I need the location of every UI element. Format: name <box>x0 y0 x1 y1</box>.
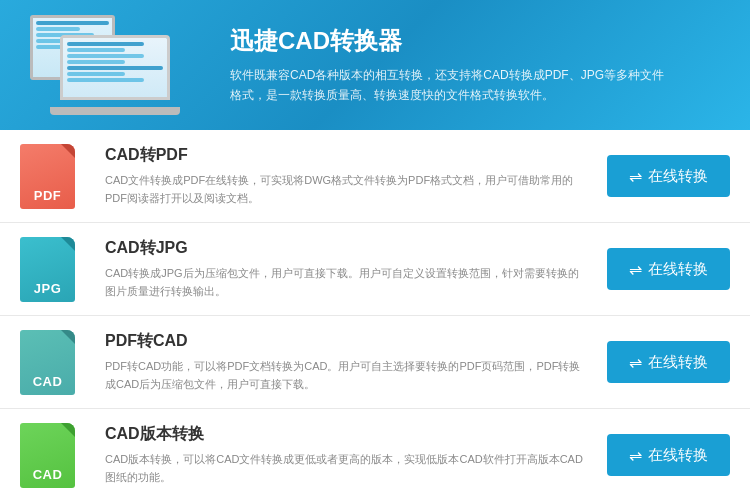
header-title: 迅捷CAD转换器 <box>230 25 670 57</box>
item-desc-pdf-to-cad: PDF转CAD功能，可以将PDF文档转换为CAD。用户可自主选择要转换的PDF页… <box>105 358 587 393</box>
icon-wrapper-pdf: PDF <box>20 144 85 209</box>
header-illustration <box>30 10 210 120</box>
icon-wrapper-cad-green: CAD <box>20 423 85 488</box>
convert-btn-label: 在线转换 <box>648 353 708 372</box>
item-title-cad-version: CAD版本转换 <box>105 424 587 445</box>
convert-icon: ⇌ <box>629 167 642 186</box>
cad-gray-file-icon: CAD <box>20 330 75 395</box>
convert-btn-label: 在线转换 <box>648 260 708 279</box>
item-title-pdf-to-cad: PDF转CAD <box>105 331 587 352</box>
item-content-cad-to-pdf: CAD转PDF CAD文件转换成PDF在线转换，可实现将DWG格式文件转换为PD… <box>105 145 607 207</box>
item-cad-to-jpg: JPG CAD转JPG CAD转换成JPG后为压缩包文件，用户可直接下载。用户可… <box>0 223 750 316</box>
cad-green-file-icon: CAD <box>20 423 75 488</box>
jpg-file-icon: JPG <box>20 237 75 302</box>
item-title-cad-to-jpg: CAD转JPG <box>105 238 587 259</box>
convert-btn-pdf-to-cad[interactable]: ⇌ 在线转换 <box>607 341 730 383</box>
laptop-illustration <box>50 35 180 115</box>
item-cad-to-pdf: PDF CAD转PDF CAD文件转换成PDF在线转换，可实现将DWG格式文件转… <box>0 130 750 223</box>
convert-icon: ⇌ <box>629 260 642 279</box>
item-title-cad-to-pdf: CAD转PDF <box>105 145 587 166</box>
item-content-pdf-to-cad: PDF转CAD PDF转CAD功能，可以将PDF文档转换为CAD。用户可自主选择… <box>105 331 607 393</box>
item-content-cad-to-jpg: CAD转JPG CAD转换成JPG后为压缩包文件，用户可直接下载。用户可自定义设… <box>105 238 607 300</box>
convert-btn-cad-to-jpg[interactable]: ⇌ 在线转换 <box>607 248 730 290</box>
convert-icon: ⇌ <box>629 446 642 465</box>
pdf-file-icon: PDF <box>20 144 75 209</box>
item-pdf-to-cad: CAD PDF转CAD PDF转CAD功能，可以将PDF文档转换为CAD。用户可… <box>0 316 750 409</box>
items-container: PDF CAD转PDF CAD文件转换成PDF在线转换，可实现将DWG格式文件转… <box>0 130 750 500</box>
convert-btn-cad-version[interactable]: ⇌ 在线转换 <box>607 434 730 476</box>
pdf-icon-label: PDF <box>34 188 62 203</box>
icon-wrapper-jpg: JPG <box>20 237 85 302</box>
header-banner: 迅捷CAD转换器 软件既兼容CAD各种版本的相互转换，还支持将CAD转换成PDF… <box>0 0 750 130</box>
item-desc-cad-version: CAD版本转换，可以将CAD文件转换成更低或者更高的版本，实现低版本CAD软件打… <box>105 451 587 486</box>
jpg-icon-label: JPG <box>34 281 62 296</box>
icon-wrapper-cad-gray: CAD <box>20 330 85 395</box>
item-desc-cad-to-pdf: CAD文件转换成PDF在线转换，可实现将DWG格式文件转换为PDF格式文档，用户… <box>105 172 587 207</box>
convert-btn-label: 在线转换 <box>648 167 708 186</box>
header-description: 软件既兼容CAD各种版本的相互转换，还支持将CAD转换成PDF、JPG等多种文件… <box>230 65 670 106</box>
convert-icon: ⇌ <box>629 353 642 372</box>
item-cad-version: CAD CAD版本转换 CAD版本转换，可以将CAD文件转换成更低或者更高的版本… <box>0 409 750 500</box>
header-text: 迅捷CAD转换器 软件既兼容CAD各种版本的相互转换，还支持将CAD转换成PDF… <box>230 25 670 106</box>
cad-gray-icon-label: CAD <box>33 374 63 389</box>
convert-btn-label: 在线转换 <box>648 446 708 465</box>
cad-green-icon-label: CAD <box>33 467 63 482</box>
item-content-cad-version: CAD版本转换 CAD版本转换，可以将CAD文件转换成更低或者更高的版本，实现低… <box>105 424 607 486</box>
item-desc-cad-to-jpg: CAD转换成JPG后为压缩包文件，用户可直接下载。用户可自定义设置转换范围，针对… <box>105 265 587 300</box>
convert-btn-cad-to-pdf[interactable]: ⇌ 在线转换 <box>607 155 730 197</box>
